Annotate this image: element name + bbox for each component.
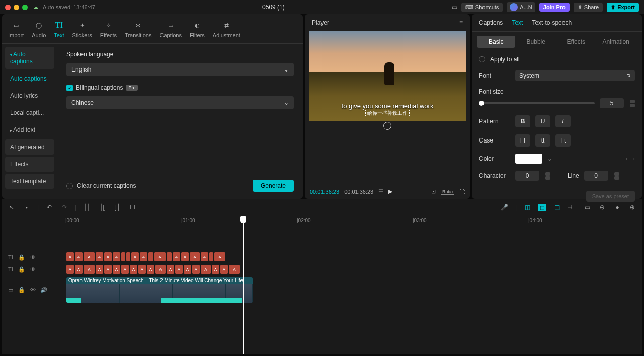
tool-import[interactable]: ▭Import (4, 18, 28, 43)
text-track-1[interactable]: AAAAAAAAAAAAAA (56, 251, 642, 263)
track-headers: TI🔒👁 TI🔒👁 ▭🔒👁🔊 (2, 216, 56, 354)
tool-filters[interactable]: ◐Filters (186, 18, 209, 43)
delete-tool[interactable]: ☐ (128, 203, 137, 212)
align-tool[interactable]: ⊣⊢ (568, 203, 577, 212)
fullscreen-icon[interactable]: ⛶ (459, 189, 465, 195)
apply-all-row[interactable]: Apply to all (479, 56, 635, 63)
magnet-center[interactable]: ◫ (538, 204, 546, 211)
tab-captions[interactable]: Captions (479, 19, 503, 26)
layout-icon[interactable]: ▭ (452, 4, 457, 11)
text-track-1-header[interactable]: TI🔒👁 (2, 251, 56, 263)
bilingual-language-select[interactable]: Chinese ⌄ (66, 96, 294, 109)
line-value[interactable]: 0 (584, 171, 608, 181)
snap-tool[interactable]: ▭ (583, 203, 592, 212)
titlecase-button[interactable]: Tt (555, 134, 571, 147)
mic-icon[interactable]: 🎤 (500, 203, 509, 212)
line-stepper[interactable] (614, 172, 619, 180)
save-preset-button[interactable]: Save as preset (586, 191, 635, 202)
nav-ai-generated[interactable]: AI generated (5, 139, 54, 155)
zoom-in-icon[interactable]: ⊕ (628, 203, 637, 212)
tab-tts[interactable]: Text-to-speech (532, 19, 572, 26)
split-left-tool[interactable]: ⎮[ (98, 203, 107, 212)
prev-arrow-icon[interactable]: ‹ (626, 155, 628, 162)
transform-handle-icon[interactable] (383, 122, 391, 130)
text-track-2-header[interactable]: TI🔒👁 (2, 263, 56, 275)
nav-add-text[interactable]: ▸Add text (5, 122, 54, 137)
time-ruler[interactable]: |00:00 |01:00 |02:00 |03:00 |04:00 (56, 216, 642, 226)
zoom-slider-icon[interactable]: ● (613, 203, 622, 212)
tool-text[interactable]: TIText (50, 18, 68, 43)
playhead[interactable] (243, 216, 244, 354)
tool-transitions[interactable]: ⋈Transitions (121, 18, 155, 43)
nav-local-captions[interactable]: Local capti... (5, 105, 54, 120)
split-right-tool[interactable]: ]⎮ (113, 203, 122, 212)
minimize-window[interactable] (14, 5, 19, 10)
radio-icon (479, 56, 485, 62)
pointer-dropdown[interactable]: ▾ (22, 203, 31, 212)
pointer-tool[interactable]: ↖ (7, 203, 16, 212)
play-button[interactable]: ▶ (388, 188, 392, 195)
bilingual-checkbox-row[interactable]: ✓ Bilingual captions Pro (66, 84, 294, 91)
subtab-basic[interactable]: Basic (477, 36, 515, 48)
nav-auto-captions-header[interactable]: ▾Auto captions (5, 47, 54, 69)
tool-audio[interactable]: ◯Audio (28, 18, 50, 43)
tool-effects[interactable]: ✧Effects (96, 18, 121, 43)
redo-button[interactable]: ↷ (60, 203, 69, 212)
color-swatch[interactable] (515, 154, 542, 164)
close-window[interactable] (5, 5, 11, 10)
tool-captions[interactable]: ▭Captions (155, 18, 185, 43)
video-preview[interactable]: to give you some remedial work 给你一些补救工作 (309, 31, 466, 121)
frame-icon[interactable]: ⊡ (431, 188, 436, 195)
bold-button[interactable]: B (515, 115, 530, 127)
chevron-down-icon[interactable]: ⌄ (547, 155, 552, 162)
character-stepper[interactable] (545, 172, 550, 180)
fontsize-stepper[interactable] (630, 100, 635, 107)
tab-text[interactable]: Text (512, 19, 523, 26)
maximize-window[interactable] (22, 5, 28, 10)
undo-button[interactable]: ↶ (45, 203, 54, 212)
text-track-2[interactable]: AAAAAAAAAAAAAAAAAAA (56, 264, 642, 276)
current-time: 00:01:36:23 (310, 189, 339, 195)
language-select[interactable]: English ⌄ (66, 63, 294, 76)
subtab-bubble[interactable]: Bubble (517, 36, 555, 48)
magnet-left[interactable]: ◫ (523, 203, 532, 212)
export-button[interactable]: ⬆ Export (607, 3, 639, 12)
nav-effects[interactable]: Effects (5, 157, 54, 172)
user-chip[interactable]: A...N (507, 2, 535, 12)
nav-auto-captions[interactable]: Auto captions (5, 71, 54, 86)
nav-auto-lyrics[interactable]: Auto lyrics (5, 88, 54, 103)
magnet-right[interactable]: ◫ (552, 203, 561, 212)
tool-adjustment[interactable]: ⇄Adjustment (209, 18, 245, 43)
video-clip[interactable]: Oprah Winfrey Motivation Speech _ This 2… (66, 277, 253, 303)
join-pro-button[interactable]: Join Pro (539, 3, 570, 12)
italic-button[interactable]: I (555, 115, 571, 127)
fontsize-slider[interactable] (479, 102, 595, 104)
uppercase-button[interactable]: TT (515, 134, 530, 147)
zoom-out-icon[interactable]: ⊖ (598, 203, 607, 212)
character-value[interactable]: 0 (515, 171, 539, 181)
video-track-header[interactable]: ▭🔒👁🔊 (2, 275, 56, 304)
subtab-animation[interactable]: Animation (597, 36, 635, 48)
autosave-label: Auto saved: 13:46:47 (43, 4, 95, 10)
next-arrow-icon[interactable]: › (633, 155, 635, 162)
clear-captions-row[interactable]: Clear current captions (66, 182, 136, 189)
list-icon[interactable]: ☰ (378, 188, 383, 195)
split-tool[interactable]: ⎮⎮ (83, 203, 92, 212)
underline-button[interactable]: U (535, 115, 550, 127)
shortcuts-button[interactable]: ⌨ Shortcuts (461, 3, 503, 12)
generate-button[interactable]: Generate (253, 180, 294, 192)
share-button[interactable]: ⇪ Share (574, 3, 603, 12)
fontsize-value[interactable]: 5 (600, 98, 624, 108)
nav-text-template[interactable]: Text template (5, 174, 54, 189)
inspector-panel: Captions Text Text-to-speech Basic Bubbl… (472, 14, 642, 199)
color-label: Color (479, 155, 510, 162)
subtab-effects[interactable]: Effects (557, 36, 595, 48)
menu-icon[interactable]: ≡ (459, 19, 463, 26)
font-select[interactable]: System ⇅ (515, 70, 635, 81)
video-track[interactable]: Oprah Winfrey Motivation Speech _ This 2… (56, 276, 642, 305)
ratio-button[interactable]: Ratio (441, 189, 454, 195)
tool-stickers[interactable]: ✦Stickers (68, 18, 96, 43)
media-panel: ▭Import ◯Audio TIText ✦Stickers ✧Effects… (2, 14, 303, 199)
lowercase-button[interactable]: tt (535, 134, 550, 147)
timeline-tracks[interactable]: |00:00 |01:00 |02:00 |03:00 |04:00 AAAAA… (56, 216, 642, 354)
